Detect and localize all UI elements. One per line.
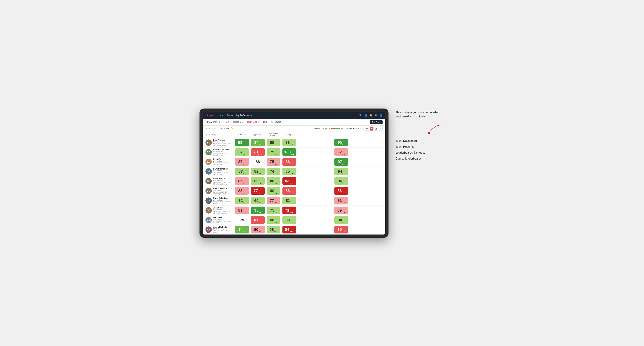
score-cell-3-0[interactable]: 874▲ xyxy=(234,167,250,176)
table-row[interactable]: CQCharlie Quick ✓6-10 HandicapSt. George… xyxy=(203,186,385,196)
subnav-teamclippd[interactable]: Team Clippd xyxy=(245,119,260,125)
table-row[interactable]: JCJosh Coles1-5 HandicapRoyal North Devo… xyxy=(203,205,385,215)
table-row[interactable]: BMBlair McHargPlus HandicapRoyal North D… xyxy=(203,138,385,147)
table-row[interactable]: EEElliot Ebert1-5 HandicapSunningdale Go… xyxy=(203,157,385,167)
search-icon[interactable]: 🔍 xyxy=(359,114,362,117)
score-cell-9-4[interactable]: 85-4▼ xyxy=(297,225,385,234)
score-cell-4-0[interactable]: 85-3▼ xyxy=(234,176,250,186)
player-cell-1[interactable]: ECEdward Crossman1-5 HandicapSunningdale… xyxy=(203,147,234,157)
score-cell-9-0[interactable]: 748▲ xyxy=(234,225,250,234)
score-cell-9-3[interactable]: 84-21▼ xyxy=(282,225,297,234)
score-cell-6-0[interactable]: 823▲ xyxy=(234,196,250,205)
score-cell-6-2[interactable]: 77-3▼ xyxy=(266,196,282,205)
subnav-hcaps[interactable]: Hcaps 1-5 xyxy=(231,119,244,125)
subnav-pgat[interactable]: PGAT Players xyxy=(206,119,222,125)
score-cell-9-2[interactable]: 5810▲ xyxy=(266,225,282,234)
score-cell-2-4[interactable]: 975▲ xyxy=(297,157,385,167)
table-row[interactable]: DBDave Billingham1-5 HandicapGog Magog G… xyxy=(203,167,385,176)
score-cell-7-1[interactable]: 958▲ xyxy=(250,205,266,215)
score-cell-0-3[interactable]: 88-1▼ xyxy=(282,138,297,147)
score-cell-4-2[interactable]: 803▲ xyxy=(266,176,282,186)
table-row[interactable]: CRChris Robertson ✓1-5 HandicapCraigmill… xyxy=(203,196,385,205)
score-cell-5-3[interactable]: 83-6▼ xyxy=(282,186,297,196)
player-cell-8[interactable]: MMMatt Miller6-10 HandicapWoburn Golf Cl… xyxy=(203,215,234,225)
score-cell-4-3[interactable]: 83-10▼ xyxy=(282,176,297,186)
col-header-putting[interactable]: Putting ▾ xyxy=(282,132,297,138)
score-cell-6-3[interactable]: 814▲ xyxy=(282,196,297,205)
player-quality-header[interactable]: Player Quality ▾ xyxy=(206,134,233,136)
score-cell-5-1[interactable]: 77-14▼ xyxy=(250,186,266,196)
table-row[interactable]: ANAaron Nicholls11-15 HandicapDrift Golf… xyxy=(203,225,385,234)
score-cell-3-3[interactable]: 85-3▼ xyxy=(282,167,297,176)
player-cell-4[interactable]: DFDavid Ford ✓Plus HandicapRoyal North D… xyxy=(203,176,234,186)
settings-icon[interactable]: ⚙️ xyxy=(374,114,378,117)
score-cell-0-2[interactable]: 858▲ xyxy=(266,138,282,147)
score-cell-5-0[interactable]: 83-3▼ xyxy=(234,186,250,196)
score-cell-4-1[interactable]: 897▲ xyxy=(250,176,266,186)
score-cell-9-1[interactable]: 60-1▼ xyxy=(250,225,266,234)
user-icon[interactable]: 👤 xyxy=(364,114,367,117)
score-cell-1-3[interactable]: 10315▲ xyxy=(282,147,297,157)
player-cell-3[interactable]: DBDave Billingham1-5 HandicapGog Magog G… xyxy=(203,167,234,176)
score-cell-2-1[interactable]: 88 xyxy=(250,157,266,167)
score-cell-7-0[interactable]: 81-3▼ xyxy=(234,205,250,215)
player-cell-5[interactable]: CQCharlie Quick ✓6-10 HandicapSt. George… xyxy=(203,186,234,196)
score-cell-1-0[interactable]: 871▲ xyxy=(234,147,250,157)
table-row[interactable]: MMMatt Miller6-10 HandicapWoburn Golf Cl… xyxy=(203,215,385,225)
col-header-offthetee[interactable]: Off the Tee ▾ xyxy=(234,132,250,138)
nav-link-myperformance[interactable]: My Performance xyxy=(236,113,252,117)
score-cell-7-4[interactable]: 89-2▼ xyxy=(297,205,385,215)
score-cell-0-4[interactable]: 959▲ xyxy=(297,138,385,147)
col-header-approach[interactable]: Approach ▾ xyxy=(250,132,266,138)
table-row[interactable]: DFDavid Ford ✓Plus HandicapRoyal North D… xyxy=(203,176,385,186)
score-cell-6-1[interactable]: 602▲ xyxy=(250,196,266,205)
view-grid-button[interactable]: ⊞ xyxy=(365,127,369,131)
nav-link-home[interactable]: Home xyxy=(217,113,224,117)
score-cell-2-2[interactable]: 75-3▼ xyxy=(266,157,282,167)
col-header-aroundgreen[interactable]: Around the Green ▾ xyxy=(266,132,282,138)
score-cell-6-4[interactable]: 91-3▼ xyxy=(297,196,385,205)
view-icons: ⊞ ☰ 👤 ↓ xyxy=(365,127,382,131)
score-value: 95 xyxy=(254,208,258,212)
player-cell-9[interactable]: ANAaron Nicholls11-15 HandicapDrift Golf… xyxy=(203,225,234,234)
score-cell-8-4[interactable]: 943▲ xyxy=(297,215,385,225)
score-cell-3-1[interactable]: 824▲ xyxy=(250,167,266,176)
player-cell-2[interactable]: EEElliot Ebert1-5 HandicapSunningdale Go… xyxy=(203,157,234,167)
bell-icon[interactable]: 🔔 xyxy=(370,114,372,117)
score-cell-5-4[interactable]: 86-8▼ xyxy=(297,186,385,196)
score-box: 93+4▲ xyxy=(235,139,249,147)
score-cell-5-2[interactable]: 801▲ xyxy=(266,186,282,196)
score-cell-3-2[interactable]: 741▲ xyxy=(266,167,282,176)
score-cell-4-4[interactable]: 963▲ xyxy=(297,176,385,186)
score-cell-1-2[interactable]: 799▲ xyxy=(266,147,282,157)
score-cell-7-3[interactable]: 71-11▼ xyxy=(282,205,297,215)
score-cell-0-0[interactable]: 93+4▲ xyxy=(234,138,250,147)
player-cell-6[interactable]: CRChris Robertson ✓1-5 HandicapCraigmill… xyxy=(203,196,234,205)
nav-link-teams[interactable]: Teams xyxy=(226,113,233,117)
player-cell-0[interactable]: BMBlair McHargPlus HandicapRoyal North D… xyxy=(203,138,234,147)
score-cell-8-3[interactable]: 88-2▼ xyxy=(282,215,297,225)
score-cell-8-1[interactable]: 61-3▼ xyxy=(250,215,266,225)
score-cell-8-0[interactable]: 75 xyxy=(234,215,250,225)
avatar-icon[interactable]: 👤 xyxy=(380,114,382,117)
score-cell-3-4[interactable]: 941▲ xyxy=(297,167,385,176)
score-cell-8-2[interactable]: 584▲ xyxy=(266,215,282,225)
edit-icon[interactable]: ✏️ xyxy=(231,127,234,130)
score-cell-1-4[interactable]: 92-3▼ xyxy=(297,147,385,157)
score-cell-1-1[interactable]: 73-11▼ xyxy=(250,147,266,157)
score-cell-0-1[interactable]: 846▲ xyxy=(250,138,266,147)
subnav-allplayers[interactable]: All Players xyxy=(269,119,283,125)
table-row[interactable]: ECEdward Crossman1-5 HandicapSunningdale… xyxy=(203,147,385,157)
last-rounds-button[interactable]: 📅 Last Rounds: 20 xyxy=(345,127,364,130)
player-cell-7[interactable]: JCJosh Coles1-5 HandicapRoyal North Devo… xyxy=(203,205,234,215)
score-cell-2-3[interactable]: 86-6▼ xyxy=(282,157,297,167)
view-download-button[interactable]: ↓ xyxy=(379,127,382,131)
score-cell-2-0[interactable]: 87-3▼ xyxy=(234,157,250,167)
subnav-pga[interactable]: PGA xyxy=(223,119,231,125)
score-cell-7-2[interactable]: 752▲ xyxy=(266,205,282,215)
view-person-button[interactable]: 👤 xyxy=(374,127,378,131)
subnav-tour[interactable]: Tour xyxy=(261,119,268,125)
add-team-button[interactable]: Add Team xyxy=(370,120,382,124)
view-list-button[interactable]: ☰ xyxy=(370,127,374,131)
score-change: -3▼ xyxy=(274,202,278,204)
